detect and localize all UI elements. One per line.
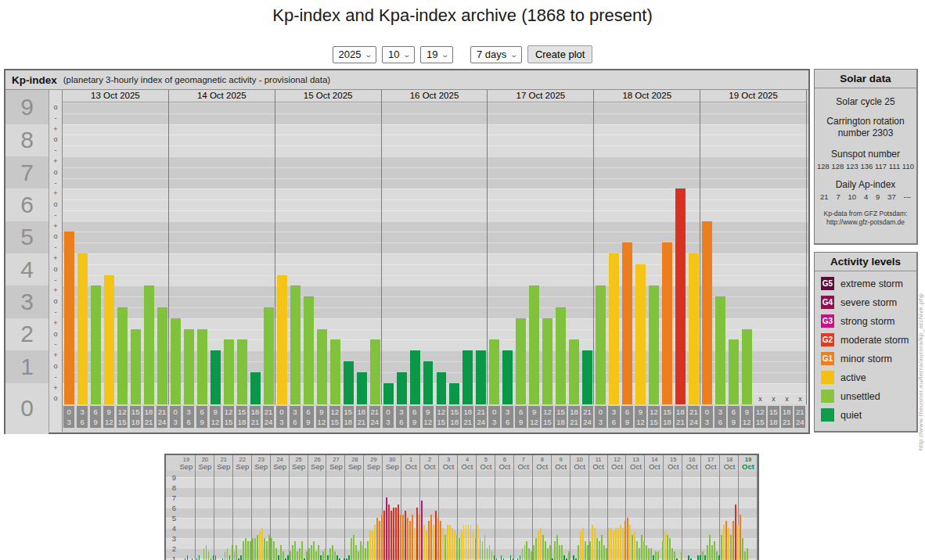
mini-kp-bar (617, 528, 619, 560)
kp-bar (516, 318, 526, 404)
date-label: 19 Oct 2025 (700, 90, 806, 102)
kp-bar (449, 383, 459, 405)
mini-kp-bar (632, 535, 633, 560)
hour-slot-label: 1518 (448, 406, 459, 428)
mini-kp-bar (428, 521, 430, 560)
mini-kp-bar (671, 548, 673, 560)
kp-bar (729, 339, 739, 404)
kp-bar (91, 285, 101, 404)
hour-slot-label: 03 (383, 406, 394, 428)
mini-kp-bar (615, 528, 617, 560)
y-axis-label: 2 (5, 318, 49, 350)
kp-bar (104, 275, 114, 404)
mini-kp-bar (388, 504, 390, 560)
kp-bar (622, 242, 632, 404)
hour-slot-label: 912 (423, 406, 434, 428)
mini-kp-bar (405, 511, 406, 560)
mini-date-label: 11Oct (589, 457, 608, 471)
kp-bar (489, 339, 499, 404)
kp-bar (462, 350, 473, 404)
hour-slot-label: 1518 (236, 406, 247, 428)
range-select[interactable]: 7 days ⌄ (470, 46, 522, 63)
mini-kp-bar (669, 538, 671, 560)
year-select[interactable]: 2025 ⌄ (333, 46, 376, 63)
y-axis-label: 7 (5, 156, 49, 188)
kp-overview-chart-panel: 98765432119Sep20Sep21Sep22Sep23Sep24Sep2… (164, 454, 759, 560)
y-axis-subtick: - (49, 372, 62, 383)
mini-kp-bar (639, 548, 640, 560)
legend-label: extreme storm (840, 278, 903, 289)
kp-bar (410, 350, 420, 404)
hour-slot-label: 2124 (369, 406, 380, 428)
date-label: 18 Oct 2025 (594, 90, 700, 102)
mini-kp-bar (449, 525, 451, 560)
mini-kp-bar (275, 548, 277, 560)
month-select[interactable]: 10 ⌄ (382, 46, 415, 63)
mini-y-axis-label: 3 (167, 534, 176, 543)
mini-date-label: 18Oct (720, 457, 739, 471)
mini-kp-bar (421, 501, 423, 560)
sunspot-value: 123 (846, 162, 858, 171)
date-label: 15 Oct 2025 (275, 90, 381, 102)
mini-kp-bar (732, 521, 734, 560)
mini-kp-bar (538, 531, 539, 560)
mini-kp-bar (697, 555, 699, 560)
mini-kp-bar (257, 535, 258, 560)
sunspot-values: 128128123136117111110 (815, 162, 916, 171)
y-axis-subtick: o (49, 264, 62, 275)
mini-kp-bar (245, 538, 247, 560)
y-axis-subtick: o (49, 232, 62, 242)
day-select[interactable]: 19 ⌄ (420, 46, 453, 63)
kp-bar (184, 329, 194, 405)
legend-row: G2moderate storm (821, 333, 916, 346)
y-axis-subtick: o (49, 393, 62, 404)
y-axis-subtick: + (49, 188, 62, 199)
mini-kp-bar (308, 548, 310, 560)
hour-slot-label: 1821 (781, 406, 792, 428)
create-plot-button[interactable]: Create plot (527, 45, 593, 63)
mini-kp-bar (716, 551, 718, 560)
hour-slot-label: 912 (741, 406, 752, 428)
mini-kp-bar (468, 525, 470, 560)
kp-bar (502, 350, 513, 404)
activity-legend: G5extreme stormG4severe stormG3strong st… (815, 277, 916, 422)
hour-slot-label: 69 (303, 406, 314, 428)
mini-kp-bar (459, 538, 460, 560)
mini-date-label: 28Sep (345, 457, 364, 471)
hour-slot-label: 912 (103, 406, 114, 428)
kp-bar (237, 339, 247, 404)
mini-kp-bar (236, 545, 237, 560)
hour-slot-label: 1518 (343, 406, 354, 428)
mini-kp-bar (667, 535, 668, 560)
kp-bar (317, 329, 327, 405)
legend-swatch: G1 (821, 352, 834, 365)
mini-kp-bar (594, 528, 596, 560)
mini-kp-bar (383, 511, 385, 560)
mini-kp-bar (730, 535, 732, 560)
mini-date-label: 29Sep (364, 457, 383, 471)
mini-date-label: 7Oct (514, 457, 533, 471)
mini-kp-bar (589, 541, 591, 560)
mini-day-column (645, 455, 664, 560)
mini-kp-bar (386, 497, 387, 560)
y-axis-subtick: o (49, 135, 62, 145)
mini-kp-bar (313, 541, 315, 560)
mini-kp-bar (547, 548, 549, 560)
hour-slot-label: 69 (728, 406, 739, 428)
hour-slot-label: 03 (276, 406, 287, 428)
mini-kp-bar (264, 538, 265, 560)
missing-data-marker: x (794, 395, 807, 403)
date-label: 16 Oct 2025 (382, 90, 488, 102)
mini-kp-bar (259, 531, 261, 560)
kp-y-axis-subticks: o-+o-+o-+o-+o-+o-+o-+o-+o-+o (49, 90, 63, 432)
hour-slot-label: 03 (63, 406, 74, 428)
mini-kp-bar (430, 515, 432, 560)
hour-slot-label: 2124 (794, 406, 805, 428)
kp-bar (304, 296, 314, 404)
legend-label: moderate storm (840, 335, 909, 346)
kp-source-text: Kp-data from GFZ Potsdam: http://www.gfz… (815, 210, 916, 227)
hour-slot-label: 1821 (143, 406, 154, 428)
mini-date-label: 19Sep (177, 457, 196, 471)
mini-y-axis-label: 7 (167, 494, 176, 502)
mini-kp-bar (735, 504, 736, 560)
